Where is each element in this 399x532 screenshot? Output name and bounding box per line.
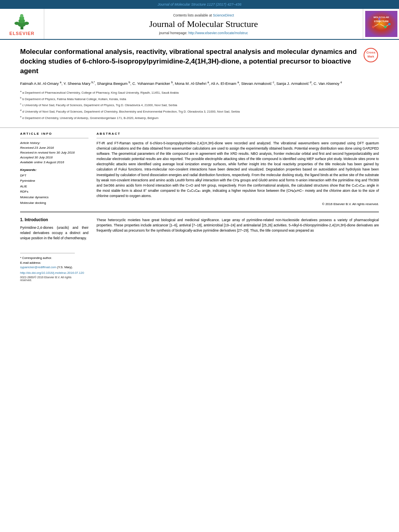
page-wrapper: Journal of Molecular Structure 1127 (201… bbox=[0, 0, 399, 286]
svg-text:MOLECULAR: MOLECULAR bbox=[373, 16, 389, 18]
elsevier-logo-area: ELSEVIER bbox=[0, 9, 44, 39]
keywords-section: Keywords: DFT Pyrimidine ALIE RDFs Molec… bbox=[20, 168, 88, 206]
article-info-column: ARTICLE INFO Article history: Received 2… bbox=[20, 132, 88, 207]
abstract-text: FT-IR and FT-Raman spectra of 6-chloro-5… bbox=[97, 141, 379, 207]
svg-point-17 bbox=[388, 23, 391, 25]
keyword-5: Molecular dynamics bbox=[20, 195, 88, 200]
keyword-2: Pyrimidine bbox=[20, 178, 88, 184]
article-info-title: ARTICLE INFO bbox=[20, 132, 88, 136]
issn-copyright: 0022-2860/© 2016 Elsevier B.V. All right… bbox=[20, 276, 75, 281]
keywords-list: DFT Pyrimidine ALIE RDFs Molecular dynam… bbox=[20, 173, 88, 206]
footnote-area: * Corresponding author. E-mail address: … bbox=[20, 253, 75, 281]
received-date: Received 23 June 2016 bbox=[20, 146, 88, 150]
received-revised: Received in revised form 30 July 2016 bbox=[20, 150, 88, 155]
journal-top-bar: Journal of Molecular Structure 1127 (201… bbox=[0, 0, 399, 9]
svg-point-18 bbox=[378, 18, 380, 20]
journal-citation: Journal of Molecular Structure 1127 (201… bbox=[158, 2, 242, 6]
affiliation-b: b b Department of Physics, Fatima Mata N… bbox=[20, 96, 379, 101]
molecular-structure-image: MOLECULAR STRUCTURE bbox=[365, 11, 397, 37]
history-label: Article history: bbox=[20, 141, 88, 146]
crossmark-badge: Cross Mark bbox=[363, 47, 379, 63]
introduction-section: 1. Introduction Pyrimidine-2,4-diones (u… bbox=[0, 213, 399, 286]
svg-point-5 bbox=[14, 22, 19, 25]
elsevier-tree-icon bbox=[11, 12, 33, 30]
journal-image-area: MOLECULAR STRUCTURE bbox=[363, 9, 399, 39]
article-history: Article history: Received 23 June 2016 R… bbox=[20, 141, 88, 165]
svg-rect-7 bbox=[365, 11, 397, 37]
keywords-label: Keywords: bbox=[20, 168, 88, 172]
intro-left-column: 1. Introduction Pyrimidine-2,4-diones (u… bbox=[20, 218, 88, 281]
accepted-date: Accepted 30 July 2016 bbox=[20, 155, 88, 160]
intro-heading: 1. Introduction bbox=[20, 218, 88, 222]
svg-point-4 bbox=[20, 14, 23, 17]
doi-link[interactable]: http://dx.doi.org/10.1016/j.molstruc.201… bbox=[20, 271, 75, 275]
footnote-email-line: E-mail address: sypanicker@rediffmail.co… bbox=[20, 261, 75, 270]
intro-right-text: These heterocyclic moieties have great b… bbox=[97, 218, 379, 234]
col-divider-2 bbox=[97, 138, 379, 138]
intro-left-text: Pyrimidine-2,4-diones (uracils) and thei… bbox=[20, 225, 88, 241]
affiliation-c: c c University of Novi Sad, Faculty of S… bbox=[20, 102, 379, 107]
keyword-4: RDFs bbox=[20, 189, 88, 195]
article-info-abstract-section: ARTICLE INFO Article history: Received 2… bbox=[0, 128, 399, 211]
homepage-line: journal homepage: http://www.elsevier.co… bbox=[159, 31, 248, 35]
svg-text:Cross: Cross bbox=[366, 51, 376, 54]
keyword-1: DFT bbox=[20, 173, 88, 179]
affiliations: a a Department of Pharmaceutical Chemist… bbox=[20, 89, 379, 120]
elsevier-logo: ELSEVIER bbox=[9, 12, 34, 36]
authors-line: Fatmah A.M. Al-Omary a, Y. Sheena Mary b… bbox=[20, 80, 379, 86]
contents-line: Contents lists available at ScienceDirec… bbox=[173, 13, 234, 17]
keyword-6: Molecular docking bbox=[20, 200, 88, 206]
homepage-url[interactable]: http://www.elsevier.com/locate/molstruc bbox=[188, 31, 248, 35]
keyword-3: ALIE bbox=[20, 184, 88, 189]
col-divider-1 bbox=[20, 138, 88, 138]
abstract-title: ABSTRACT bbox=[97, 132, 379, 136]
affiliation-e: e e Department of Chemistry, University … bbox=[20, 115, 379, 120]
svg-text:STRUCTURE: STRUCTURE bbox=[374, 20, 389, 23]
abstract-copyright: © 2016 Elsevier B.V. All rights reserved… bbox=[97, 202, 379, 207]
crossmark-icon: Cross Mark bbox=[364, 48, 378, 62]
svg-point-6 bbox=[24, 22, 29, 25]
journal-title: Journal of Molecular Structure bbox=[149, 19, 258, 29]
svg-point-14 bbox=[372, 26, 374, 28]
svg-point-15 bbox=[378, 23, 380, 25]
svg-text:Mark: Mark bbox=[368, 55, 374, 58]
affiliation-a: a a Department of Pharmaceutical Chemist… bbox=[20, 89, 379, 95]
elsevier-label: ELSEVIER bbox=[9, 31, 34, 36]
article-title: Molecular conformational analysis, react… bbox=[20, 47, 359, 76]
header-area: ELSEVIER Contents lists available at Sci… bbox=[0, 9, 399, 40]
sciencedirect-link[interactable]: ScienceDirect bbox=[213, 13, 234, 17]
svg-point-16 bbox=[384, 26, 387, 28]
intro-right-column: These heterocyclic moieties have great b… bbox=[97, 218, 379, 281]
footnote-corresponding: * Corresponding author. bbox=[20, 256, 75, 260]
article-title-section: Molecular conformational analysis, react… bbox=[0, 40, 399, 127]
affiliation-d: d d University of Novi Sad, Faculty of S… bbox=[20, 108, 379, 114]
article-title-row: Molecular conformational analysis, react… bbox=[20, 47, 379, 76]
abstract-column: ABSTRACT FT-IR and FT-Raman spectra of 6… bbox=[97, 132, 379, 207]
journal-header-center: Contents lists available at ScienceDirec… bbox=[44, 9, 363, 39]
footnote-email-link[interactable]: sypanicker@rediffmail.com bbox=[20, 265, 56, 269]
available-online: Available online 3 August 2016 bbox=[20, 160, 88, 165]
